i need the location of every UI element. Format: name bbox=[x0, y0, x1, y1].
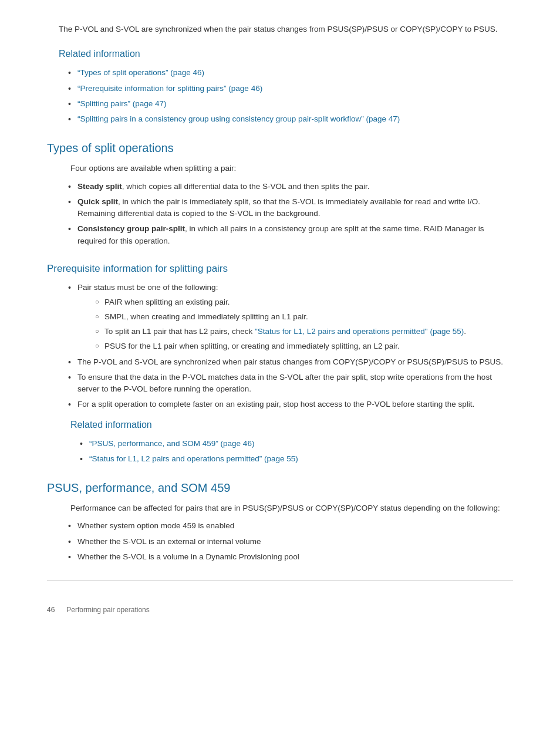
footer-label: Performing pair operations bbox=[66, 605, 149, 615]
page-container: The P-VOL and S-VOL are synchronized whe… bbox=[0, 0, 560, 746]
list-item: To ensure that the data in the P-VOL mat… bbox=[68, 372, 513, 396]
related-link[interactable]: “Prerequisite information for splitting … bbox=[77, 84, 262, 93]
pair-status-text: Pair status must be one of the following… bbox=[77, 283, 218, 292]
intro-text: The P-VOL and S-VOL are synchronized whe… bbox=[47, 23, 513, 35]
prereq-list: Pair status must be one of the following… bbox=[47, 282, 513, 410]
quick-split-bold: Quick split bbox=[77, 197, 118, 206]
quick-split-text: , in which the pair is immediately split… bbox=[77, 197, 480, 218]
list-item: Quick split, in which the pair is immedi… bbox=[68, 196, 513, 220]
list-item: Whether system option mode 459 is enable… bbox=[68, 520, 513, 532]
list-item: “Status for L1, L2 pairs and operations … bbox=[80, 453, 513, 465]
list-item: Whether the S-VOL is an external or inte… bbox=[68, 536, 513, 548]
related-link[interactable]: “Splitting pairs” (page 47) bbox=[77, 99, 167, 108]
list-item: The P-VOL and S-VOL are synchronized whe… bbox=[68, 356, 513, 368]
list-item: Whether the S-VOL is a volume in a Dynam… bbox=[68, 551, 513, 563]
types-of-split-body: Four options are available when splittin… bbox=[47, 163, 513, 174]
sub-list-item: PSUS for the L1 pair when splitting, or … bbox=[95, 340, 513, 352]
steady-split-text: , which copies all differential data to … bbox=[122, 182, 370, 191]
sub-list-item: SMPL, when creating and immediately spli… bbox=[95, 311, 513, 323]
list-item: For a split operation to complete faster… bbox=[68, 399, 513, 410]
psus-section: PSUS, performance, and SOM 459 Performan… bbox=[47, 479, 513, 563]
types-of-split-heading: Types of split operations bbox=[47, 139, 513, 157]
related-link[interactable]: “Types of split operations” (page 46) bbox=[77, 68, 204, 77]
steady-split-bold: Steady split bbox=[77, 182, 122, 191]
related-link[interactable]: “Splitting pairs in a consistency group … bbox=[77, 114, 400, 123]
types-of-split-section: Types of split operations Four options a… bbox=[47, 139, 513, 247]
list-item: “Splitting pairs in a consistency group … bbox=[68, 113, 513, 125]
sub-list: PAIR when splitting an existing pair. SM… bbox=[77, 296, 513, 353]
list-item: “Splitting pairs” (page 47) bbox=[68, 98, 513, 110]
psus-heading: PSUS, performance, and SOM 459 bbox=[47, 479, 513, 497]
list-item: “Prerequisite information for splitting … bbox=[68, 83, 513, 94]
types-of-split-list: Steady split, which copies all different… bbox=[47, 181, 513, 247]
list-item: “PSUS, performance, and SOM 459” (page 4… bbox=[80, 438, 513, 450]
sub-list-item: PAIR when splitting an existing pair. bbox=[95, 296, 513, 308]
related-info-section-2: Related information “PSUS, performance, … bbox=[47, 418, 513, 465]
psus-body: Performance can be affected for pairs th… bbox=[47, 502, 513, 514]
footer-divider bbox=[47, 580, 513, 581]
list-item: “Types of split operations” (page 46) bbox=[68, 67, 513, 79]
list-item: Consistency group pair-split, in which a… bbox=[68, 223, 513, 247]
l1-l2-link[interactable]: "Status for L1, L2 pairs and operations … bbox=[255, 327, 464, 336]
list-item: Pair status must be one of the following… bbox=[68, 282, 513, 352]
sub-list-item: To split an L1 pair that has L2 pairs, c… bbox=[95, 326, 513, 337]
related-info-heading-1: Related information bbox=[47, 47, 513, 61]
related-info-heading-2: Related information bbox=[59, 418, 513, 432]
footer-page-number: 46 bbox=[47, 605, 55, 615]
prereq-heading: Prerequisite information for splitting p… bbox=[47, 261, 513, 276]
related-info-list-1: “Types of split operations” (page 46) “P… bbox=[47, 67, 513, 125]
related-info-section-1: Related information “Types of split oper… bbox=[47, 47, 513, 125]
consistency-split-bold: Consistency group pair-split bbox=[77, 224, 185, 233]
related-info-list-2: “PSUS, performance, and SOM 459” (page 4… bbox=[59, 438, 513, 465]
psus-list: Whether system option mode 459 is enable… bbox=[47, 520, 513, 563]
prereq-section: Prerequisite information for splitting p… bbox=[47, 261, 513, 465]
related-link[interactable]: “Status for L1, L2 pairs and operations … bbox=[89, 454, 298, 463]
footer: 46 Performing pair operations bbox=[47, 605, 513, 615]
list-item: Steady split, which copies all different… bbox=[68, 181, 513, 193]
related-link[interactable]: “PSUS, performance, and SOM 459” (page 4… bbox=[89, 439, 254, 448]
